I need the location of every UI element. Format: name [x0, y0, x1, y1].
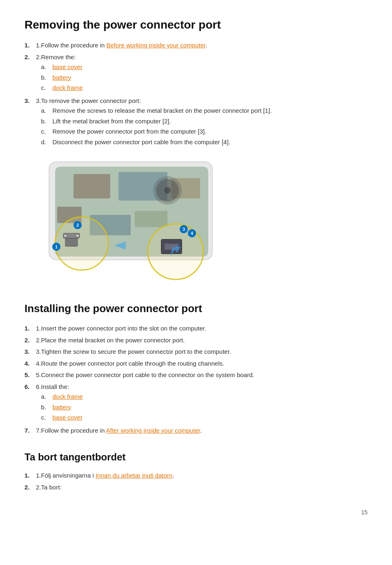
page-number: 15 [24, 508, 368, 517]
removing-step-2: 2. Remove the: a. base cover b. battery … [24, 53, 368, 94]
inst-sub-content-6a: dock frame [53, 392, 83, 402]
tb-step-1-content: Följ anvisningarna i Innan du arbetar in… [41, 471, 368, 480]
base-cover-link-2[interactable]: base cover [53, 414, 82, 421]
inst-step-num-2: 2. [36, 336, 41, 345]
sub-content-3c: Remove the power connector port from the… [53, 127, 207, 136]
inst-step-1-content: Insert the power connector port into the… [41, 324, 368, 333]
inst-sub-label-6a: a. [41, 392, 53, 402]
installing-step-7: 7. Follow the procedure in After working… [24, 426, 368, 435]
step-3-content: To remove the power connector port: a. R… [41, 96, 368, 148]
inst-sub-label-6b: b. [41, 403, 53, 412]
diagram-svg: 1 2 3 4 [24, 158, 237, 288]
svg-rect-14 [65, 238, 78, 246]
removing-step-1: 1. Follow the procedure in Before workin… [24, 41, 368, 50]
sub-item-2a: a. base cover [41, 63, 368, 72]
inst-step-6-content: Install the: a. dock frame b. battery c.… [41, 382, 368, 424]
svg-rect-7 [135, 211, 167, 227]
sub-item-3b: b. Lift the metal bracket from the compu… [41, 117, 368, 126]
sub-content-3d: Disconnect the power connector port cabl… [53, 138, 230, 147]
sub-label-2c: c. [41, 83, 53, 93]
sub-item-2b: b. battery [41, 73, 368, 83]
inst-step-4-content: Route the power connector port cable thr… [41, 359, 368, 368]
removing-sub-list-3: a. Remove the screws to release the meta… [41, 106, 368, 147]
tb-step-num-2: 2. [36, 483, 41, 492]
inst-sub-item-6b: b. battery [41, 403, 368, 412]
removing-sub-list-2: a. base cover b. battery c. dock frame [41, 63, 368, 93]
tb-step-2-content: Ta bort: [41, 483, 368, 492]
before-working-link-1[interactable]: Before working inside your computer [107, 42, 206, 49]
step-num-3: 3. [36, 96, 41, 148]
sub-content-3a: Remove the screws to release the metal b… [53, 106, 272, 116]
svg-point-15 [64, 234, 67, 237]
step-num-1: 1. [36, 41, 41, 50]
inst-sub-label-6c: c. [41, 413, 53, 422]
sub-label-3a: a. [41, 106, 53, 116]
inst-step-5-content: Connect the power connector port cable t… [41, 371, 368, 380]
installing-steps-list: 1. Insert the power connector port into … [24, 324, 368, 435]
inst-sub-item-6c: c. base cover [41, 413, 368, 422]
inst-sub-content-6b: battery [53, 403, 71, 412]
inst-sub-content-6c: base cover [53, 413, 82, 422]
svg-rect-2 [74, 174, 110, 199]
sub-content-2c: dock frame [53, 83, 83, 93]
installing-step-1: 1. Insert the power connector port into … [24, 324, 368, 333]
base-cover-link-1[interactable]: base cover [53, 63, 82, 70]
after-working-link[interactable]: After working inside your computer [106, 427, 200, 434]
inst-step-num-3: 3. [36, 347, 41, 357]
dock-frame-link-2[interactable]: dock frame [53, 393, 83, 400]
svg-point-12 [56, 217, 108, 270]
tb-step-num-1: 1. [36, 471, 41, 480]
svg-text:4: 4 [191, 231, 194, 236]
inst-step-num-4: 4. [36, 359, 41, 368]
battery-link-1[interactable]: battery [53, 74, 71, 81]
sub-item-2c: c. dock frame [41, 83, 368, 93]
svg-point-10 [164, 187, 171, 194]
ta-bort-steps-list: 1. Följ anvisningarna i Innan du arbetar… [24, 471, 368, 492]
svg-point-16 [76, 234, 79, 237]
removing-step-3: 3. To remove the power connector port: a… [24, 96, 368, 148]
ta-bort-step-1: 1. Följ anvisningarna i Innan du arbetar… [24, 471, 368, 480]
inst-step-3-content: Tighten the screw to secure the power co… [41, 347, 368, 357]
installing-title: Installing the power connector port [24, 301, 368, 317]
installing-step-6: 6. Install the: a. dock frame b. battery… [24, 382, 368, 424]
ta-bort-step-2: 2. Ta bort: [24, 483, 368, 492]
sub-label-2a: a. [41, 63, 53, 72]
removing-steps-list: 1. Follow the procedure in Before workin… [24, 41, 368, 148]
svg-text:1: 1 [55, 244, 58, 249]
inst-sub-item-6a: a. dock frame [41, 392, 368, 402]
inst-step-num-1: 1. [36, 324, 41, 333]
sub-label-3b: b. [41, 117, 53, 126]
removing-title: Removing the power connector port [24, 16, 368, 33]
battery-link-2[interactable]: battery [53, 404, 71, 411]
sub-content-2a: base cover [53, 63, 82, 72]
diagram-area: 1 2 3 4 [24, 158, 368, 288]
inst-step-7-content: Follow the procedure in After working in… [41, 426, 368, 435]
dock-frame-link-1[interactable]: dock frame [53, 84, 83, 91]
sub-label-3d: d. [41, 138, 53, 147]
inst-step-num-5: 5. [36, 371, 41, 380]
step-1-content: Follow the procedure in Before working i… [41, 41, 368, 50]
installing-step-3: 3. Tighten the screw to secure the power… [24, 347, 368, 357]
step-2-content: Remove the: a. base cover b. battery c. … [41, 53, 368, 94]
sub-item-3d: d. Disconnect the power connector port c… [41, 138, 368, 147]
sub-content-3b: Lift the metal bracket from the computer… [53, 117, 171, 126]
sub-label-2b: b. [41, 73, 53, 83]
step-num-2: 2. [36, 53, 41, 94]
sub-label-3c: c. [41, 127, 53, 136]
ta-bort-title: Ta bort tangentbordet [24, 450, 368, 465]
sub-content-2b: battery [53, 73, 71, 83]
installing-step-2: 2. Place the metal bracket on the power … [24, 336, 368, 345]
inst-step-num-7: 7. [36, 426, 41, 435]
installing-step-5: 5. Connect the power connector port cabl… [24, 371, 368, 380]
sub-item-3c: c. Remove the power connector port from … [41, 127, 368, 136]
inst-step-num-6: 6. [36, 382, 41, 424]
installing-sub-list-6: a. dock frame b. battery c. base cover [41, 392, 368, 422]
installing-step-4: 4. Route the power connector port cable … [24, 359, 368, 368]
innan-du-arbetar-link[interactable]: Innan du arbetar inuti datorn [96, 472, 172, 479]
svg-text:2: 2 [76, 223, 79, 228]
svg-text:3: 3 [183, 227, 185, 232]
sub-item-3a: a. Remove the screws to release the meta… [41, 106, 368, 116]
inst-step-2-content: Place the metal bracket on the power con… [41, 336, 368, 345]
